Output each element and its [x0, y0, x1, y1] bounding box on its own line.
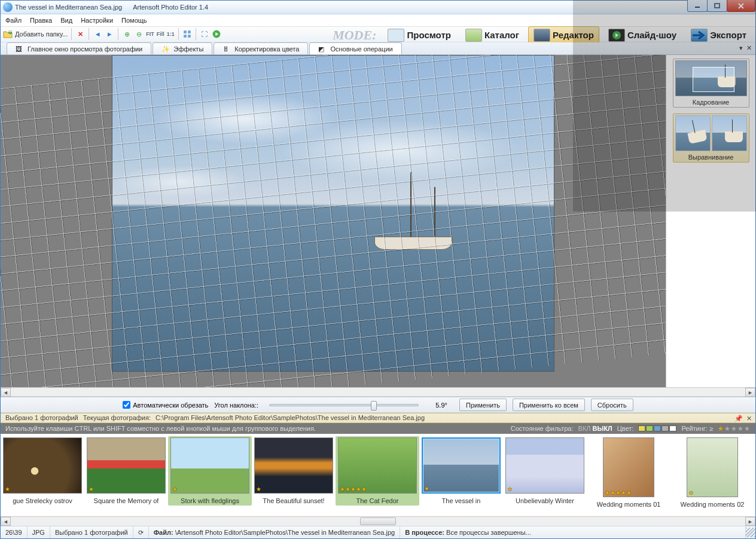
straighten-grid-overlay: [1, 55, 666, 387]
title-file: The vessel in Mediterranean Sea.jpg: [15, 4, 122, 11]
scrollbar-thumb[interactable]: [360, 517, 396, 525]
title-app: Artensoft Photo Editor 1.4: [133, 4, 208, 11]
thumbnail-image: ★: [505, 437, 584, 494]
zoom-in-icon[interactable]: ⊕: [122, 29, 132, 39]
menu-view[interactable]: Вид: [60, 17, 72, 24]
sliders-icon: 🎚: [222, 45, 231, 53]
mode-label: MODE:: [333, 27, 376, 43]
menu-settings[interactable]: Настройки: [81, 17, 113, 24]
mode-view[interactable]: Просмотр: [382, 26, 456, 44]
catalog-close-icon[interactable]: ✕: [746, 415, 752, 422]
filmstrip-hscrollbar[interactable]: ◄ ►: [1, 516, 755, 526]
slideshow-icon: [608, 29, 625, 42]
color-swatch[interactable]: [638, 425, 645, 431]
title-bar[interactable]: The vessel in Mediterranean Sea.jpg Arte…: [1, 1, 755, 14]
rating-stars: ★★★★★: [605, 489, 632, 496]
thumbnail-caption: gue Strelecky ostrov: [13, 497, 72, 504]
status-selected: Выбрано 1 фотографий: [50, 526, 133, 538]
mode-editor[interactable]: Редактор: [528, 26, 599, 44]
reset-button[interactable]: Сбросить: [591, 399, 633, 411]
auto-crop-checkbox[interactable]: Автоматически обрезать: [123, 401, 208, 409]
scroll-left-icon[interactable]: ◄: [1, 388, 11, 397]
menu-file[interactable]: Файл: [5, 17, 22, 24]
color-label: Цвет:: [617, 425, 634, 432]
resize-grip[interactable]: [746, 528, 755, 537]
panel-close-icon[interactable]: ✕: [746, 44, 752, 52]
pin-icon[interactable]: 📌: [734, 415, 743, 422]
nav-next-icon[interactable]: ►: [105, 29, 114, 39]
play-icon[interactable]: [212, 29, 221, 39]
add-folder-label: Добавить папку...: [15, 30, 68, 38]
mode-slideshow[interactable]: Слайд-шоу: [603, 26, 682, 44]
zoom-out-icon[interactable]: ⊖: [134, 29, 144, 39]
delete-icon[interactable]: ✕: [75, 29, 85, 39]
color-swatch[interactable]: [662, 425, 669, 431]
mode-catalog[interactable]: Каталог: [460, 26, 525, 44]
tab-effects[interactable]: ✨Эффекты: [153, 42, 212, 54]
scroll-left-icon[interactable]: ◄: [1, 517, 11, 526]
color-swatch[interactable]: [669, 425, 676, 431]
menu-bar: Файл Правка Вид Настройки Помощь: [1, 14, 755, 27]
thumbnail[interactable]: ★gue Strelecky ostrov: [1, 436, 84, 506]
thumbnail[interactable]: ★Unbelievably Winter: [503, 436, 587, 506]
angle-slider[interactable]: [269, 404, 419, 406]
status-refresh-icon[interactable]: ⟳: [133, 526, 149, 538]
thumbnail[interactable]: ★Wedding moments 02: [670, 436, 754, 509]
color-swatches[interactable]: [638, 425, 676, 431]
tab-main-view[interactable]: 🖼Главное окно просмотра фотографии: [7, 42, 151, 54]
menu-help[interactable]: Помощь: [121, 17, 147, 24]
thumbnail[interactable]: ★The Beautiful sunset!: [252, 436, 336, 506]
thumbnail[interactable]: ★Square the Memory of: [84, 436, 168, 506]
svg-rect-9: [188, 35, 191, 38]
current-photo-path: C:\Program Files\Artensoft Photo Editor\…: [156, 414, 425, 421]
menu-edit[interactable]: Правка: [30, 17, 52, 24]
maximize-button[interactable]: [707, 0, 727, 12]
tab-color-correction[interactable]: 🎚Корректировка цвета: [214, 42, 308, 54]
scroll-right-icon[interactable]: ►: [745, 517, 755, 526]
status-counter: 26\39: [1, 526, 28, 538]
scroll-right-icon[interactable]: ►: [745, 388, 755, 397]
toolbar: + Добавить папку... ✕ ◄ ► ⊕ ⊖ FIT Fill 1…: [1, 27, 755, 43]
thumbnail[interactable]: ★Stork with fledglings: [168, 436, 252, 506]
close-button[interactable]: [727, 0, 755, 12]
straighten-controls: Автоматически обрезать Угол наклона:: 5.…: [1, 397, 755, 413]
color-swatch[interactable]: [646, 425, 653, 431]
rating-filter[interactable]: ★★★★★: [718, 425, 751, 433]
filmstrip[interactable]: ★gue Strelecky ostrov★Square the Memory …: [1, 434, 755, 516]
zoom-actual-button[interactable]: 1:1: [167, 31, 175, 37]
slider-knob[interactable]: [371, 401, 377, 411]
landscape-icon: [388, 29, 404, 42]
current-photo-label: Текущая фотография:: [83, 414, 151, 421]
apply-all-button[interactable]: Применить ко всем: [513, 399, 585, 411]
minimize-button[interactable]: [687, 0, 708, 12]
svg-rect-1: [715, 4, 720, 8]
canvas-hscrollbar[interactable]: ◄ ►: [1, 387, 755, 397]
grid-icon[interactable]: [182, 29, 192, 39]
zoom-fit-button[interactable]: FIT: [146, 31, 154, 37]
color-swatch[interactable]: [654, 425, 661, 431]
thumbnail-caption: Square the Memory of: [94, 497, 159, 504]
thumbnail-image: ★: [687, 437, 738, 497]
angle-label: Угол наклона::: [214, 402, 258, 409]
fullscreen-icon[interactable]: ⛶: [200, 29, 209, 39]
canvas-area[interactable]: [1, 55, 666, 387]
tab-row: 🖼Главное окно просмотра фотографии ✨Эффе…: [1, 42, 755, 55]
thumbnail-caption: Unbelievably Winter: [516, 497, 574, 504]
catalog-header: Выбрано 1 фотографий Текущая фотография:…: [1, 413, 755, 423]
nav-prev-icon[interactable]: ◄: [93, 29, 102, 39]
filter-toggle[interactable]: ВКЛ ВЫКЛ: [578, 425, 612, 432]
thumbnail-image: ★★★★★: [338, 437, 417, 494]
apply-button[interactable]: Применить: [459, 399, 507, 411]
thumbnail[interactable]: ★★★★★The Cat Fedor: [336, 436, 419, 506]
thumbnail[interactable]: ★★★★★Wedding moments 01: [587, 436, 670, 509]
op-straighten[interactable]: Выравнивание: [673, 114, 749, 163]
panel-menu-icon[interactable]: ▾: [739, 44, 743, 52]
add-folder-button[interactable]: + Добавить папку...: [3, 29, 68, 39]
rating-stars: ★★★★★: [340, 486, 367, 492]
thumbnail[interactable]: ★The vessel in: [419, 436, 503, 506]
zoom-fill-button[interactable]: Fill: [157, 31, 164, 37]
op-crop[interactable]: Кадрование: [673, 59, 749, 108]
thumbnail-image: ★: [254, 437, 333, 494]
mode-export[interactable]: Экспорт: [685, 26, 752, 44]
tab-basic-ops[interactable]: ◩Основные операции: [309, 42, 401, 54]
